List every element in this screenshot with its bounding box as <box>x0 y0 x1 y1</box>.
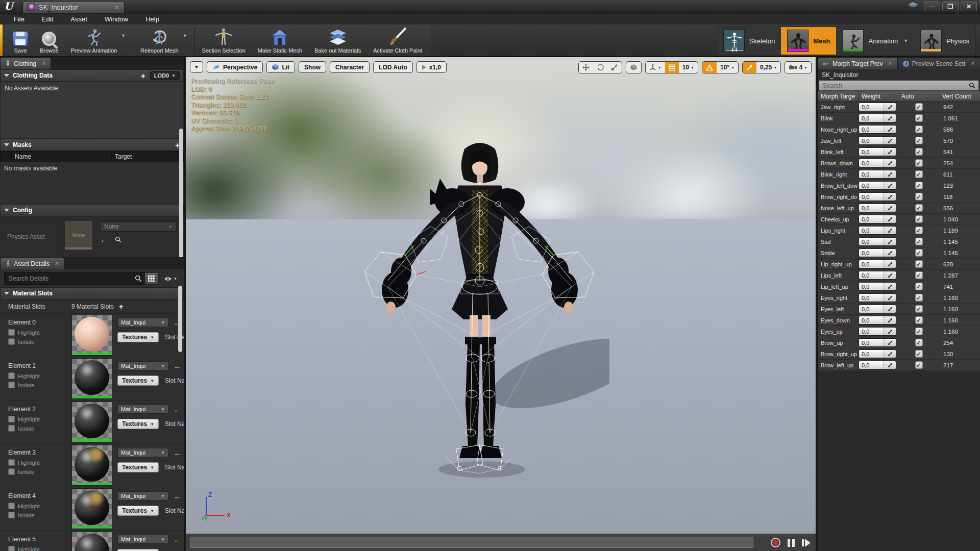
auto-checkbox[interactable]: ✓ <box>915 159 923 167</box>
lit-button[interactable]: Lit <box>266 61 295 73</box>
auto-checkbox[interactable]: ✓ <box>915 260 923 268</box>
material-thumbnail[interactable] <box>71 358 112 399</box>
use-selected-arrow-icon[interactable]: ← <box>174 492 181 500</box>
morph-target-row[interactable]: Jaw_left 0,0 ✓ 570 <box>818 135 980 146</box>
auto-checkbox[interactable]: ✓ <box>915 350 923 358</box>
weight-spinbox[interactable]: 0,0 <box>859 103 896 111</box>
restore-button[interactable]: ❐ <box>942 2 959 11</box>
column-vert-count[interactable]: Vert Count <box>939 91 980 101</box>
lod-dropdown[interactable]: LOD0▼ <box>150 71 180 80</box>
morph-target-row[interactable]: Brow_left_dow 0,0 ✓ 123 <box>818 180 980 191</box>
textures-dropdown[interactable]: Textures ▼ <box>117 506 159 516</box>
weight-spinbox[interactable]: 0,0 <box>859 136 896 145</box>
menu-item[interactable]: File <box>5 15 33 23</box>
auto-checkbox[interactable]: ✓ <box>915 103 923 111</box>
drag-handle-icon[interactable] <box>884 227 896 234</box>
weight-value[interactable]: 0,0 <box>859 170 884 178</box>
close-icon[interactable]: ✕ <box>41 60 46 67</box>
timeline-scrubber[interactable] <box>190 537 753 548</box>
asset-details-scrollbar[interactable] <box>178 286 182 352</box>
view-options-button[interactable]: ▼ <box>161 272 180 285</box>
morph-target-row[interactable]: Brow_right_do 0,0 ✓ 118 <box>818 191 980 203</box>
search-details-input[interactable] <box>4 272 145 285</box>
weight-spinbox[interactable]: 0,0 <box>859 338 896 347</box>
weight-value[interactable]: 0,0 <box>859 148 884 156</box>
scale-snap-value[interactable]: 0,25▼ <box>756 62 780 73</box>
chevron-down-icon[interactable]: ▼ <box>183 33 187 38</box>
highlight-checkbox[interactable] <box>8 329 15 336</box>
weight-spinbox[interactable]: 0,0 <box>859 282 896 291</box>
record-button[interactable] <box>771 538 780 547</box>
use-selected-arrow-icon[interactable]: ← <box>174 535 181 544</box>
auto-checkbox[interactable]: ✓ <box>915 271 923 279</box>
masks-header[interactable]: Masks + <box>0 139 184 151</box>
material-thumbnail[interactable] <box>71 402 112 442</box>
drag-handle-icon[interactable] <box>884 328 896 335</box>
perspective-button[interactable]: Perspective <box>207 61 263 73</box>
chevron-down-icon[interactable]: ▼ <box>903 38 908 43</box>
isolate-checkbox[interactable] <box>8 338 15 345</box>
auto-checkbox[interactable]: ✓ <box>915 294 923 302</box>
weight-value[interactable]: 0,0 <box>859 193 884 201</box>
close-tab-icon[interactable]: ✕ <box>114 4 119 11</box>
auto-checkbox[interactable]: ✓ <box>915 283 923 290</box>
auto-checkbox[interactable]: ✓ <box>915 148 923 156</box>
preview-animation-button[interactable]: Preview Animation ▼ <box>65 24 132 56</box>
weight-spinbox[interactable]: 0,0 <box>859 361 896 369</box>
morph-target-row[interactable]: Blink 0,0 ✓ 1 061 <box>818 113 980 124</box>
drag-handle-icon[interactable] <box>884 350 896 358</box>
textures-dropdown[interactable]: Textures ▼ <box>117 332 159 342</box>
material-dropdown[interactable]: Mat_Inqui ▼ <box>117 448 168 457</box>
auto-checkbox[interactable]: ✓ <box>915 316 923 324</box>
material-dropdown[interactable]: Mat_Inqui ▼ <box>117 318 168 327</box>
weight-value[interactable]: 0,0 <box>859 204 884 212</box>
morph-target-row[interactable]: Lips_left 0,0 ✓ 1 287 <box>818 270 980 281</box>
weight-spinbox[interactable]: 0,0 <box>859 170 896 179</box>
highlight-checkbox[interactable] <box>8 459 15 466</box>
drag-handle-icon[interactable] <box>884 148 896 156</box>
tab-morph-target-previewer[interactable]: Morph Target Prev ✕ <box>818 57 898 69</box>
tab-clothing[interactable]: Clothing ✕ <box>0 57 51 69</box>
textures-dropdown[interactable]: Textures ▼ <box>117 462 159 472</box>
asset-document-tab[interactable]: SK_Inquisitor ✕ <box>22 1 125 13</box>
scale-tool-button[interactable] <box>607 62 622 73</box>
rotation-snap-toggle[interactable] <box>702 62 717 73</box>
auto-checkbox[interactable]: ✓ <box>915 339 923 346</box>
show-button[interactable]: Show <box>299 61 326 73</box>
morph-target-row[interactable]: Jaw_right 0,0 ✓ 942 <box>818 102 980 113</box>
morph-target-row[interactable]: Blink_left 0,0 ✓ 541 <box>818 146 980 158</box>
material-dropdown[interactable]: Mat_Inqui ▼ <box>117 405 168 414</box>
drag-handle-icon[interactable] <box>884 238 896 245</box>
close-icon[interactable]: ✕ <box>888 60 893 67</box>
clothing-scrollbar[interactable] <box>179 129 183 257</box>
close-button[interactable]: ✕ <box>961 2 977 11</box>
material-dropdown[interactable]: Mat_Inqui ▼ <box>117 491 168 500</box>
weight-spinbox[interactable]: 0,0 <box>859 271 896 280</box>
property-matrix-button[interactable] <box>144 272 159 285</box>
weight-spinbox[interactable]: 0,0 <box>859 114 896 122</box>
material-thumbnail[interactable] <box>71 488 112 529</box>
weight-value[interactable]: 0,0 <box>859 260 884 268</box>
menu-item[interactable]: Edit <box>33 15 62 23</box>
weight-spinbox[interactable]: 0,0 <box>859 305 896 313</box>
drag-handle-icon[interactable] <box>884 339 896 346</box>
auto-checkbox[interactable]: ✓ <box>915 182 923 189</box>
weight-spinbox[interactable]: 0,0 <box>859 125 896 134</box>
translate-tool-button[interactable] <box>579 62 593 73</box>
column-morph-target-name[interactable]: Morph Targe <box>818 91 859 101</box>
column-name[interactable]: Name <box>12 153 112 160</box>
mode-skeleton[interactable]: Skeleton <box>717 27 781 55</box>
character-button[interactable]: Character <box>330 61 370 73</box>
highlight-checkbox[interactable] <box>8 546 15 551</box>
add-clothing-data-icon[interactable]: + <box>141 72 145 80</box>
drag-handle-icon[interactable] <box>884 137 896 144</box>
weight-value[interactable]: 0,0 <box>859 361 884 369</box>
weight-spinbox[interactable]: 0,0 <box>859 204 896 212</box>
grid-snap-value[interactable]: 10▼ <box>679 62 698 73</box>
rotate-tool-button[interactable] <box>593 62 607 73</box>
config-header[interactable]: Config <box>0 204 184 216</box>
weight-value[interactable]: 0,0 <box>859 238 884 245</box>
auto-checkbox[interactable]: ✓ <box>915 227 923 234</box>
drag-handle-icon[interactable] <box>884 249 896 257</box>
add-material-slot-icon[interactable]: + <box>119 303 124 310</box>
